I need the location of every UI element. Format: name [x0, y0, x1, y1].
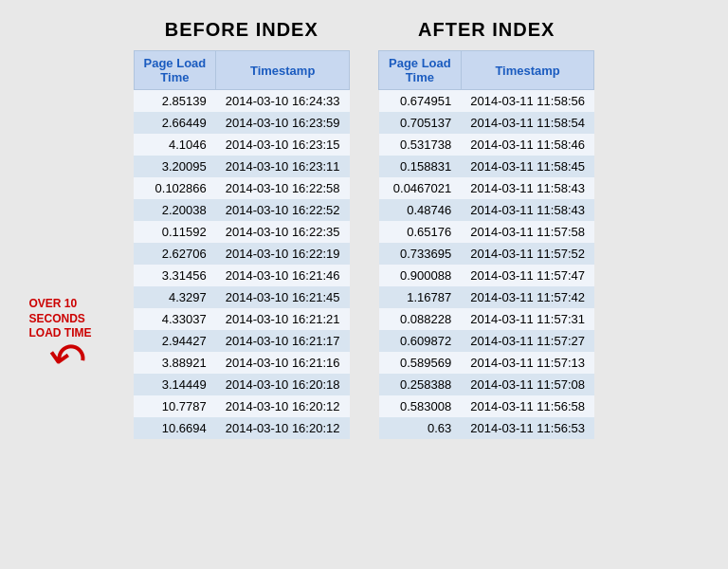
- table-row: 0.1028662014-03-10 16:22:58: [134, 177, 349, 199]
- cell-plt: 0.65176: [379, 221, 462, 243]
- cell-timestamp: 2014-03-11 11:57:52: [461, 243, 594, 265]
- cell-plt: 0.609872: [379, 330, 462, 352]
- cell-timestamp: 2014-03-10 16:22:52: [216, 199, 350, 221]
- table-row: 4.10462014-03-10 16:23:15: [134, 134, 349, 156]
- cell-plt: 0.63: [379, 417, 462, 439]
- cell-plt: 2.94427: [134, 330, 216, 352]
- cell-timestamp: 2014-03-11 11:56:53: [461, 417, 594, 439]
- cell-plt: 0.531738: [379, 134, 462, 156]
- cell-plt: 3.31456: [134, 265, 216, 286]
- cell-plt: 3.14449: [134, 374, 216, 395]
- cell-timestamp: 2014-03-10 16:22:35: [216, 221, 350, 243]
- cell-timestamp: 2014-03-10 16:24:33: [216, 90, 350, 113]
- table-row: 3.144492014-03-10 16:20:18: [134, 374, 349, 395]
- cell-timestamp: 2014-03-11 11:57:27: [461, 330, 594, 352]
- table-row: 0.5317382014-03-11 11:58:46: [379, 134, 594, 156]
- before-col-plt: Page LoadTime: [134, 51, 216, 90]
- table-row: 4.32972014-03-10 16:21:45: [134, 286, 349, 308]
- table-row: 4.330372014-03-10 16:21:21: [134, 308, 349, 330]
- table-row: 0.6098722014-03-11 11:57:27: [379, 330, 594, 352]
- cell-timestamp: 2014-03-10 16:21:45: [216, 286, 350, 308]
- before-table: Page LoadTime Timestamp 2.851392014-03-1…: [134, 50, 350, 439]
- table-row: 0.2583882014-03-11 11:57:08: [379, 374, 594, 395]
- cell-plt: 3.20095: [134, 156, 216, 177]
- cell-timestamp: 2014-03-10 16:20:12: [216, 417, 350, 439]
- cell-plt: 0.0467021: [379, 177, 462, 199]
- cell-plt: 0.48746: [379, 199, 462, 221]
- cell-timestamp: 2014-03-11 11:57:47: [461, 265, 594, 286]
- table-row: 2.200382014-03-10 16:22:52: [134, 199, 349, 221]
- table-row: 2.664492014-03-10 16:23:59: [134, 112, 349, 134]
- table-row: 0.5895692014-03-11 11:57:13: [379, 352, 594, 374]
- cell-timestamp: 2014-03-10 16:23:11: [216, 156, 350, 177]
- cell-plt: 10.6694: [134, 417, 216, 439]
- after-table: Page LoadTime Timestamp 0.6749512014-03-…: [378, 50, 594, 439]
- table-row: 0.6749512014-03-11 11:58:56: [379, 90, 594, 113]
- cell-timestamp: 2014-03-11 11:58:56: [461, 90, 594, 113]
- cell-plt: 0.900088: [379, 265, 462, 286]
- cell-timestamp: 2014-03-10 16:21:17: [216, 330, 350, 352]
- table-row: 0.7051372014-03-11 11:58:54: [379, 112, 594, 134]
- cell-plt: 0.102866: [134, 177, 216, 199]
- before-table-wrapper: OVER 10 SECONDS LOAD TIME ↷ Page LoadTim…: [134, 50, 350, 439]
- cell-plt: 0.088228: [379, 308, 462, 330]
- cell-plt: 0.589569: [379, 352, 462, 374]
- cell-plt: 2.20038: [134, 199, 216, 221]
- annotation-arrow: ↷: [45, 334, 90, 385]
- annotation: OVER 10 SECONDS LOAD TIME ↷: [29, 297, 115, 382]
- table-row: 3.889212014-03-10 16:21:16: [134, 352, 349, 374]
- before-section: BEFORE INDEX OVER 10 SECONDS LOAD TIME ↷…: [134, 19, 350, 439]
- after-header-row: Page LoadTime Timestamp: [379, 51, 594, 90]
- cell-timestamp: 2014-03-11 11:58:54: [461, 112, 594, 134]
- cell-plt: 0.258388: [379, 374, 462, 395]
- table-row: 0.7336952014-03-11 11:57:52: [379, 243, 594, 265]
- page-wrapper: BEFORE INDEX OVER 10 SECONDS LOAD TIME ↷…: [134, 19, 595, 439]
- cell-timestamp: 2014-03-10 16:21:46: [216, 265, 350, 286]
- cell-timestamp: 2014-03-11 11:58:43: [461, 177, 594, 199]
- cell-timestamp: 2014-03-10 16:21:16: [216, 352, 350, 374]
- cell-plt: 10.7787: [134, 395, 216, 417]
- table-row: 0.651762014-03-11 11:57:58: [379, 221, 594, 243]
- table-row: 0.632014-03-11 11:56:53: [379, 417, 594, 439]
- cell-plt: 0.733695: [379, 243, 462, 265]
- cell-timestamp: 2014-03-11 11:58:43: [461, 199, 594, 221]
- table-row: 0.1588312014-03-11 11:58:45: [379, 156, 594, 177]
- cell-timestamp: 2014-03-10 16:20:12: [216, 395, 350, 417]
- cell-timestamp: 2014-03-10 16:23:59: [216, 112, 350, 134]
- cell-timestamp: 2014-03-11 11:58:46: [461, 134, 594, 156]
- before-col-ts: Timestamp: [216, 51, 350, 90]
- cell-timestamp: 2014-03-10 16:22:19: [216, 243, 350, 265]
- cell-timestamp: 2014-03-11 11:57:31: [461, 308, 594, 330]
- table-row: 10.66942014-03-10 16:20:12: [134, 417, 349, 439]
- cell-timestamp: 2014-03-11 11:57:58: [461, 221, 594, 243]
- after-col-plt: Page LoadTime: [379, 51, 462, 90]
- cell-timestamp: 2014-03-10 16:21:21: [216, 308, 350, 330]
- cell-plt: 0.158831: [379, 156, 462, 177]
- cell-timestamp: 2014-03-11 11:56:58: [461, 395, 594, 417]
- cell-plt: 2.85139: [134, 90, 216, 113]
- table-row: 0.04670212014-03-11 11:58:43: [379, 177, 594, 199]
- cell-plt: 0.705137: [379, 112, 462, 134]
- table-row: 0.115922014-03-10 16:22:35: [134, 221, 349, 243]
- before-title: BEFORE INDEX: [165, 19, 318, 41]
- cell-timestamp: 2014-03-10 16:23:15: [216, 134, 350, 156]
- after-title: AFTER INDEX: [418, 19, 555, 41]
- cell-plt: 0.11592: [134, 221, 216, 243]
- table-row: 0.5830082014-03-11 11:56:58: [379, 395, 594, 417]
- table-row: 0.0882282014-03-11 11:57:31: [379, 308, 594, 330]
- cell-plt: 3.88921: [134, 352, 216, 374]
- cell-timestamp: 2014-03-10 16:20:18: [216, 374, 350, 395]
- cell-timestamp: 2014-03-11 11:57:08: [461, 374, 594, 395]
- table-row: 2.944272014-03-10 16:21:17: [134, 330, 349, 352]
- table-row: 0.487462014-03-11 11:58:43: [379, 199, 594, 221]
- cell-plt: 2.66449: [134, 112, 216, 134]
- table-row: 3.200952014-03-10 16:23:11: [134, 156, 349, 177]
- table-row: 10.77872014-03-10 16:20:12: [134, 395, 349, 417]
- cell-plt: 0.583008: [379, 395, 462, 417]
- table-row: 3.314562014-03-10 16:21:46: [134, 265, 349, 286]
- after-col-ts: Timestamp: [461, 51, 594, 90]
- cell-plt: 1.16787: [379, 286, 462, 308]
- table-row: 1.167872014-03-11 11:57:42: [379, 286, 594, 308]
- cell-plt: 0.674951: [379, 90, 462, 113]
- table-row: 2.851392014-03-10 16:24:33: [134, 90, 349, 113]
